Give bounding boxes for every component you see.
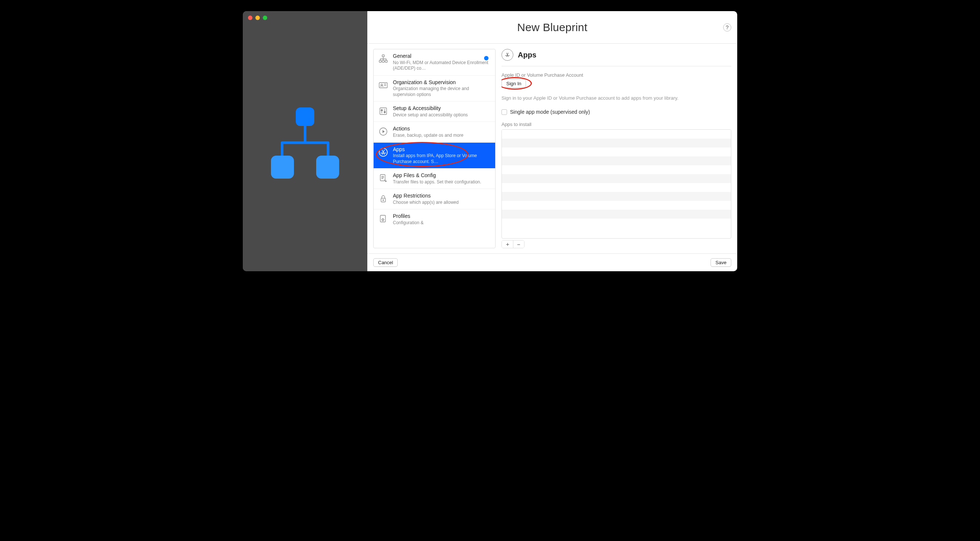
document-transfer-icon	[377, 172, 389, 184]
list-row	[502, 183, 731, 192]
category-title: App Files & Config	[393, 172, 491, 179]
lock-icon	[377, 193, 389, 205]
svg-rect-6	[385, 60, 387, 62]
remove-app-button[interactable]: −	[513, 240, 524, 248]
category-setup[interactable]: Setup & Accessibility Device setup and a…	[374, 102, 495, 122]
category-title: General	[393, 53, 491, 60]
status-dot-icon	[484, 56, 488, 60]
list-row	[502, 165, 731, 174]
gear-document-icon	[377, 213, 389, 225]
svg-rect-4	[379, 60, 382, 62]
svg-rect-3	[382, 55, 384, 57]
header: New Blueprint ?	[368, 11, 737, 44]
category-subtitle: Configuration &	[393, 220, 491, 226]
svg-rect-11	[384, 111, 385, 113]
account-label: Apple ID or Volume Purchase Account	[501, 72, 731, 78]
category-organization[interactable]: Organization & Supervision Organization …	[374, 76, 495, 102]
category-subtitle: Install apps from IPA, App Store or Volu…	[393, 153, 491, 164]
svg-point-8	[381, 84, 382, 85]
svg-rect-9	[380, 108, 387, 115]
category-subtitle: Choose which app(s) are allowed	[393, 200, 491, 206]
checkbox-icon	[501, 109, 507, 115]
category-app-files[interactable]: App Files & Config Transfer files to app…	[374, 169, 495, 189]
list-row	[502, 138, 731, 148]
category-subtitle: Erase, backup, update os and more	[393, 133, 491, 138]
id-card-icon	[377, 79, 389, 91]
single-app-mode-checkbox[interactable]: Single app mode (supervised only)	[501, 109, 731, 115]
list-row	[502, 148, 731, 156]
list-row	[502, 210, 731, 219]
play-circle-icon	[377, 126, 389, 137]
signin-hint: Sign in to your Apple ID or Volume Purch…	[501, 95, 731, 101]
category-subtitle: No Wi-Fi, MDM or Automated Device Enroll…	[393, 60, 491, 72]
svg-point-16	[383, 200, 383, 200]
plus-icon: ＋	[505, 241, 511, 248]
list-row	[502, 192, 731, 201]
list-row	[502, 219, 731, 228]
category-title: Profiles	[393, 213, 491, 220]
detail-panel: Apps Apple ID or Volume Purchase Account…	[501, 49, 731, 248]
detail-title: Apps	[518, 51, 536, 59]
apps-to-install-label: Apps to install	[501, 121, 731, 127]
hierarchy-icon	[377, 53, 389, 65]
list-controls: ＋ −	[501, 240, 525, 248]
list-row	[502, 130, 731, 138]
add-app-button[interactable]: ＋	[502, 240, 513, 248]
category-title: Actions	[393, 126, 491, 132]
category-title: Organization & Supervision	[393, 79, 491, 86]
minus-icon: −	[517, 241, 520, 248]
svg-rect-1	[271, 156, 294, 178]
category-list[interactable]: General No Wi-Fi, MDM or Automated Devic…	[373, 49, 496, 248]
sliders-icon	[377, 105, 389, 117]
blueprint-tree-icon	[268, 107, 342, 194]
svg-rect-2	[316, 156, 339, 178]
cancel-button[interactable]: Cancel	[373, 258, 398, 267]
window-zoom-button[interactable]	[263, 16, 267, 20]
list-row	[502, 156, 731, 165]
detail-header: Apps	[501, 49, 731, 66]
svg-rect-7	[379, 83, 387, 88]
single-app-mode-label: Single app mode (supervised only)	[510, 109, 590, 115]
window-minimize-button[interactable]	[255, 16, 260, 20]
list-row	[502, 201, 731, 210]
category-app-restrictions[interactable]: App Restrictions Choose which app(s) are…	[374, 189, 495, 209]
signin-button[interactable]: Sign In	[501, 79, 526, 88]
category-apps[interactable]: Apps Install apps from IPA, App Store or…	[374, 143, 495, 169]
apps-to-install-list[interactable]	[501, 129, 731, 239]
svg-rect-5	[382, 60, 384, 62]
category-title: Apps	[393, 146, 491, 153]
window-close-button[interactable]	[248, 16, 252, 20]
appstore-icon	[501, 49, 513, 61]
footer: Cancel Save	[368, 253, 737, 271]
main-panel: New Blueprint ?	[368, 11, 737, 271]
category-actions[interactable]: Actions Erase, backup, update os and mor…	[374, 122, 495, 142]
svg-rect-10	[381, 110, 382, 111]
svg-rect-0	[296, 107, 314, 126]
sidebar-left	[243, 11, 368, 271]
content: General No Wi-Fi, MDM or Automated Devic…	[368, 44, 737, 248]
help-button[interactable]: ?	[723, 23, 731, 32]
appstore-icon	[377, 146, 389, 158]
window-title: New Blueprint	[517, 21, 587, 34]
category-subtitle: Organization managing the device and sup…	[393, 86, 491, 97]
category-title: Setup & Accessibility	[393, 105, 491, 112]
category-subtitle: Device setup and accessibility options	[393, 112, 491, 118]
save-button[interactable]: Save	[711, 258, 731, 267]
app-window: New Blueprint ?	[243, 11, 737, 271]
list-row	[502, 174, 731, 183]
category-subtitle: Transfer files to apps. Set their config…	[393, 179, 491, 185]
category-title: App Restrictions	[393, 193, 491, 199]
category-general[interactable]: General No Wi-Fi, MDM or Automated Devic…	[374, 49, 495, 76]
window-controls	[248, 16, 267, 20]
category-profiles[interactable]: Profiles Configuration &	[374, 209, 495, 229]
